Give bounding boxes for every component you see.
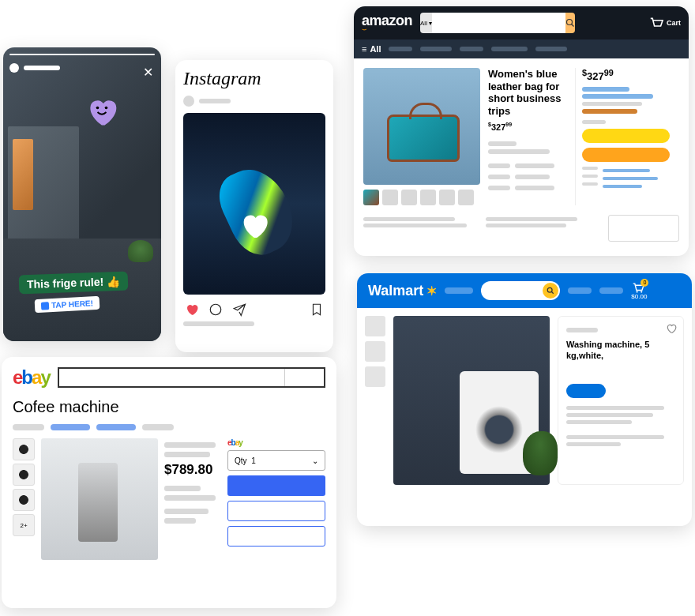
- thumbnail-row: [363, 190, 480, 205]
- cart-button[interactable]: Cart: [648, 17, 681, 29]
- post-image[interactable]: [183, 113, 325, 295]
- product-details: $789.80: [164, 438, 221, 560]
- info-box[interactable]: [608, 215, 679, 242]
- post-avatar: [183, 96, 194, 107]
- username-placeholder: [24, 66, 60, 70]
- thumbnail[interactable]: [420, 190, 436, 205]
- thumbnail[interactable]: [365, 366, 385, 387]
- svg-point-7: [637, 291, 638, 292]
- svg-point-1: [105, 107, 108, 110]
- post-header[interactable]: [183, 96, 325, 107]
- thumbnail[interactable]: [401, 190, 417, 205]
- tab[interactable]: [51, 424, 90, 430]
- story-header: [9, 54, 155, 55]
- thumbnail[interactable]: [365, 341, 385, 362]
- svg-point-8: [641, 291, 643, 292]
- plant-illustration: [128, 240, 153, 262]
- thumbnail-column: [365, 316, 385, 485]
- hamburger-icon: ≡: [362, 44, 366, 54]
- favorite-icon[interactable]: [666, 323, 677, 334]
- thumbnail[interactable]: [458, 190, 474, 205]
- heart-sticker-icon: [82, 95, 122, 130]
- detail-placeholder: [488, 141, 517, 146]
- tap-label: TAP HERE!: [51, 299, 93, 310]
- svg-point-2: [210, 304, 221, 315]
- tab[interactable]: [142, 424, 174, 430]
- thumbnail-more[interactable]: 2+: [13, 514, 35, 536]
- thumbnail-column: 2+: [13, 438, 35, 560]
- amazon-card: amazon ⌣ All▾ Cart ≡All: [354, 6, 689, 256]
- story-user[interactable]: [9, 63, 60, 73]
- story-image[interactable]: ✕ This frige rule! 👍 TAP HERE!: [3, 47, 161, 341]
- svg-line-6: [552, 291, 554, 294]
- menu-all-button[interactable]: ≡All: [362, 44, 381, 54]
- walmart-logo[interactable]: Walmart ✶: [368, 283, 437, 299]
- product-price: $32799: [488, 122, 567, 132]
- nav-link-placeholder[interactable]: [389, 47, 412, 51]
- product-image[interactable]: [41, 438, 158, 560]
- buy-it-now-button[interactable]: [227, 475, 325, 496]
- search-button[interactable]: [543, 283, 558, 299]
- cart-icon: [648, 17, 664, 29]
- buy-panel: ebay Qty 1 ⌄: [227, 438, 325, 560]
- ebay-card: ebay Cofee machine 2+ $789.80 e: [2, 357, 336, 608]
- bookmark-icon[interactable]: [310, 302, 324, 317]
- walmart-header: Walmart ✶ 0 $0.00: [357, 273, 692, 308]
- tab[interactable]: [96, 424, 136, 430]
- product-price: $789.80: [164, 462, 221, 478]
- heart-overlay-icon: [239, 210, 270, 242]
- search-bar: [58, 367, 325, 388]
- stock-placeholder: [582, 109, 637, 114]
- add-to-cart-button[interactable]: [582, 129, 670, 143]
- brand-placeholder: [566, 328, 598, 332]
- buy-box: $32799: [575, 68, 670, 205]
- thumbnail[interactable]: [13, 464, 35, 486]
- nav-link-placeholder[interactable]: [535, 47, 567, 51]
- walmart-body: Washing machine, 5 kg,white,: [357, 308, 692, 493]
- search-bar: All▾: [420, 13, 562, 33]
- chevron-down-icon: ⌄: [312, 456, 318, 465]
- add-to-cart-button[interactable]: [227, 501, 325, 521]
- link-icon: [41, 302, 50, 310]
- share-icon[interactable]: [232, 302, 246, 317]
- thumbnail[interactable]: [439, 190, 455, 205]
- thumbnail[interactable]: [13, 489, 35, 511]
- nav-placeholder[interactable]: [568, 287, 592, 294]
- add-to-cart-button[interactable]: [566, 384, 606, 398]
- search-bar[interactable]: [481, 281, 560, 300]
- thumbnail[interactable]: [382, 190, 398, 205]
- cart-button[interactable]: 0 $0.00: [631, 282, 647, 300]
- amazon-logo[interactable]: amazon ⌣: [362, 13, 412, 34]
- search-input[interactable]: [59, 369, 284, 386]
- thumbs-up-emoji: 👍: [106, 275, 120, 288]
- spark-icon: ✶: [426, 284, 437, 299]
- post-actions: [183, 295, 325, 321]
- quantity-select[interactable]: Qty 1 ⌄: [227, 450, 325, 471]
- product-image[interactable]: [393, 316, 550, 485]
- buybox-price: $32799: [582, 68, 670, 82]
- nav-link-placeholder[interactable]: [460, 47, 483, 51]
- buy-now-button[interactable]: [582, 148, 670, 162]
- cart-badge: 0: [641, 279, 648, 287]
- product-panel: Washing machine, 5 kg,white,: [558, 316, 684, 485]
- nav-placeholder[interactable]: [445, 287, 473, 294]
- ebay-logo[interactable]: ebay: [13, 366, 50, 389]
- search-button[interactable]: [565, 13, 575, 33]
- tab[interactable]: [13, 424, 44, 430]
- thumbnail[interactable]: [365, 316, 385, 336]
- comment-icon[interactable]: [208, 302, 223, 317]
- nav-link-placeholder[interactable]: [491, 47, 528, 51]
- story-caption-tag: This frige rule! 👍: [19, 272, 128, 295]
- nav-link-placeholder[interactable]: [420, 47, 452, 51]
- close-icon[interactable]: ✕: [143, 65, 153, 80]
- product-info: Women's blue leather bag for short busin…: [488, 68, 567, 205]
- category-dropdown[interactable]: [284, 369, 324, 386]
- search-category-dropdown[interactable]: All▾: [420, 13, 432, 33]
- nav-placeholder[interactable]: [599, 287, 623, 294]
- thumbnail[interactable]: [363, 190, 379, 205]
- watchlist-button[interactable]: [227, 526, 325, 547]
- like-icon[interactable]: [185, 302, 199, 317]
- thumbnail[interactable]: [13, 438, 35, 460]
- search-input[interactable]: [432, 13, 565, 33]
- product-image[interactable]: [363, 68, 480, 185]
